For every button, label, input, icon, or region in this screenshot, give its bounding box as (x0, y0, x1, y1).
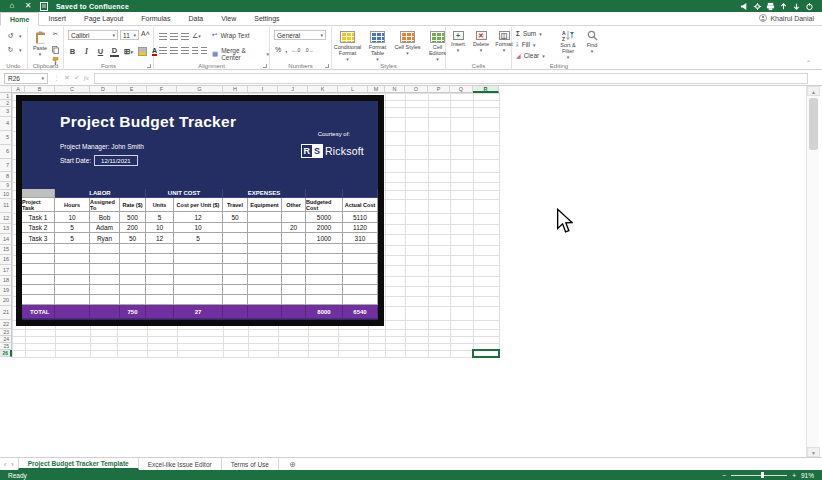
row-header-20[interactable]: 20 (0, 296, 12, 306)
cell-empty[interactable] (343, 254, 378, 264)
increase-indent-icon[interactable] (201, 47, 207, 54)
cell[interactable]: Task 3 (22, 233, 55, 244)
row-header-26[interactable]: 26 (0, 350, 12, 357)
column-header-r[interactable]: R (473, 86, 499, 93)
cell[interactable]: 50 (120, 233, 146, 244)
cell[interactable]: 5 (55, 233, 90, 244)
cut-icon[interactable]: ✂ (50, 29, 61, 39)
cell[interactable]: 12 (146, 233, 174, 244)
cell-empty[interactable] (90, 244, 120, 254)
cell-empty[interactable] (248, 244, 282, 254)
format-table-button[interactable]: Format Table▾ (364, 29, 391, 62)
cell[interactable]: 5110 (343, 212, 378, 223)
column-header-b[interactable]: B (25, 86, 55, 93)
cell-empty[interactable] (174, 254, 223, 264)
decrease-indent-icon[interactable] (192, 47, 198, 54)
increase-font-icon[interactable]: A˄ (141, 30, 150, 37)
cell-empty[interactable] (248, 275, 282, 285)
italic-button[interactable]: I (82, 47, 91, 56)
zoom-in-icon[interactable]: + (792, 472, 796, 479)
cell[interactable]: Task 1 (22, 212, 55, 223)
cell-empty[interactable] (146, 285, 174, 295)
cell[interactable]: 5 (174, 233, 223, 244)
cell-empty[interactable] (306, 275, 343, 285)
cell-empty[interactable] (282, 275, 306, 285)
row-header-4[interactable]: 4 (0, 117, 12, 131)
cell-empty[interactable] (146, 275, 174, 285)
row-header-23[interactable]: 23 (0, 329, 12, 336)
cell[interactable] (282, 212, 306, 223)
cell[interactable]: 10 (146, 223, 174, 233)
cell-empty[interactable] (174, 244, 223, 254)
undo-button[interactable]: ↺▾ (5, 31, 22, 41)
column-header-l[interactable]: L (338, 86, 368, 93)
sheet-tab-terms-of-use[interactable]: Terms of Use (222, 458, 279, 470)
cell-empty[interactable] (174, 275, 223, 285)
wrap-text-button[interactable]: ↩Wrap Text (212, 31, 249, 39)
row-header-18[interactable]: 18 (0, 276, 12, 286)
column-header-o[interactable]: O (405, 86, 428, 93)
column-header-f[interactable]: F (147, 86, 177, 93)
fx-icon[interactable]: fx (84, 74, 89, 82)
cell-empty[interactable] (22, 254, 55, 264)
column-header-h[interactable]: H (223, 86, 248, 93)
row-header-16[interactable]: 16 (0, 255, 12, 265)
cell[interactable]: 200 (120, 223, 146, 233)
bold-button[interactable]: B (68, 47, 77, 56)
cell-empty[interactable] (55, 275, 90, 285)
row-header-10[interactable]: 10 (0, 190, 12, 199)
column-header-e[interactable]: E (117, 86, 147, 93)
font-name-select[interactable]: Calibri▾ (68, 30, 118, 40)
cell-name-box[interactable]: R26▾ (4, 73, 48, 84)
print-icon[interactable] (764, 1, 777, 11)
cell[interactable] (248, 233, 282, 244)
row-header-9[interactable]: 9 (0, 182, 12, 190)
fill-color-icon[interactable] (138, 47, 147, 56)
cell[interactable]: Ryan (90, 233, 120, 244)
cell[interactable]: 10 (174, 223, 223, 233)
cell[interactable]: 1000 (306, 233, 343, 244)
cell-empty[interactable] (223, 295, 248, 305)
cell-empty[interactable] (174, 264, 223, 275)
column-header-k[interactable]: K (308, 86, 338, 93)
cell-empty[interactable] (146, 264, 174, 275)
decrease-decimal-icon[interactable]: .0→ (304, 47, 313, 53)
ribbon-tab-view[interactable]: View (212, 12, 245, 25)
cell[interactable]: 10 (55, 212, 90, 223)
cell-empty[interactable] (55, 264, 90, 275)
column-header-i[interactable]: I (248, 86, 278, 93)
home-icon[interactable]: ⌂ (6, 1, 18, 11)
cell-styles-button[interactable]: Cell Styles▾ (394, 29, 421, 56)
selected-cell-r26[interactable] (472, 349, 500, 358)
cell-empty[interactable] (223, 285, 248, 295)
cell-empty[interactable] (343, 295, 378, 305)
cell[interactable]: 20 (282, 223, 306, 233)
cell-empty[interactable] (120, 285, 146, 295)
cell-empty[interactable] (223, 275, 248, 285)
cell-empty[interactable] (120, 275, 146, 285)
cell[interactable] (282, 233, 306, 244)
conditional-format-button[interactable]: Conditional Format▾ (334, 29, 361, 62)
cell-empty[interactable] (248, 295, 282, 305)
cell[interactable] (248, 223, 282, 233)
cell-empty[interactable] (120, 244, 146, 254)
row-header-21[interactable]: 21 (0, 306, 12, 320)
cell[interactable]: 5 (55, 223, 90, 233)
row-header-13[interactable]: 13 (0, 224, 12, 234)
cell[interactable]: 12 (174, 212, 223, 223)
ribbon-tab-settings[interactable]: Settings (245, 12, 288, 25)
cell-empty[interactable] (248, 264, 282, 275)
column-header-j[interactable]: J (278, 86, 308, 93)
row-header-25[interactable]: 25 (0, 343, 12, 350)
cell[interactable]: 5 (146, 212, 174, 223)
cell[interactable]: 310 (343, 233, 378, 244)
select-all-corner[interactable] (0, 86, 12, 93)
cell[interactable]: 5000 (306, 212, 343, 223)
row-header-24[interactable]: 24 (0, 336, 12, 343)
paste-button[interactable]: Paste ▾ (30, 29, 50, 57)
scroll-down-icon[interactable]: ▼ (807, 447, 820, 457)
cell-empty[interactable] (22, 295, 55, 305)
row-header-1[interactable]: 1 (0, 93, 12, 100)
delete-cells-button[interactable]: ✕Delete▾ (471, 29, 491, 53)
row-header-14[interactable]: 14 (0, 234, 12, 245)
